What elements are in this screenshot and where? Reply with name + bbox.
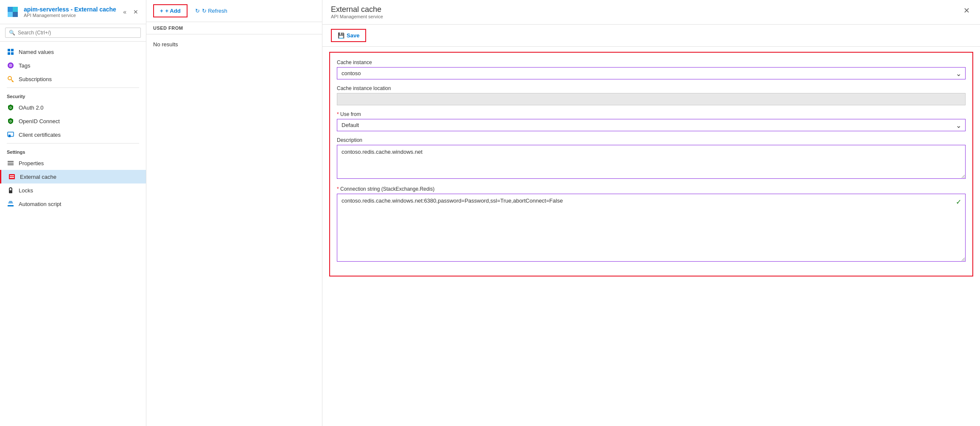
nav-list: Named values Tags Subscriptions Security… <box>0 42 146 426</box>
sidebar-item-label: Locks <box>19 187 33 194</box>
collapse-button[interactable]: « <box>121 8 128 16</box>
sidebar-item-label: Named values <box>19 49 54 55</box>
right-panel-subtitle: API Management service <box>331 14 383 19</box>
cache-instance-group: Cache instance contoso <box>337 59 966 79</box>
sidebar-item-label: Automation script <box>19 201 61 207</box>
used-from-column-header: USED FROM <box>153 25 183 31</box>
connection-string-group: * Connection string (StackExchange.Redis… <box>337 186 966 263</box>
search-input[interactable] <box>18 30 137 36</box>
sidebar-item-label: Client certificates <box>19 132 61 138</box>
right-panel-title: External cache <box>331 5 383 14</box>
cache-instance-label: Cache instance <box>337 59 966 65</box>
no-results-text: No results <box>146 34 322 54</box>
settings-divider <box>7 143 139 144</box>
search-icon: 🔍 <box>9 30 15 36</box>
svg-rect-16 <box>8 135 11 137</box>
sidebar-item-label: OAuth 2.0 <box>19 104 44 111</box>
connection-string-label: * Connection string (StackExchange.Redis… <box>337 186 966 192</box>
svg-rect-22 <box>10 177 14 178</box>
connection-string-required-star: * <box>337 186 340 192</box>
sidebar-item-openid[interactable]: O OpenID Connect <box>0 114 146 128</box>
search-bar-container: 🔍 <box>0 24 146 42</box>
svg-rect-21 <box>10 175 14 176</box>
save-icon: 💾 <box>338 32 344 39</box>
svg-rect-18 <box>8 163 14 164</box>
left-header-actions: « ✕ <box>121 8 140 16</box>
cache-instance-location-label: Cache instance location <box>337 85 966 91</box>
security-divider <box>7 87 139 88</box>
use-from-select[interactable]: Default <box>337 119 966 131</box>
close-left-panel-button[interactable]: ✕ <box>132 8 140 16</box>
refresh-label: ↻ Refresh <box>202 8 227 14</box>
sidebar-item-subscriptions[interactable]: Subscriptions <box>0 72 146 86</box>
sidebar-item-label: Properties <box>19 160 44 166</box>
table-header: USED FROM <box>146 22 322 34</box>
cache-instance-location-input[interactable] <box>337 93 966 105</box>
save-label: Save <box>347 32 359 39</box>
sidebar-item-label: Tags <box>19 62 30 69</box>
lock-icon <box>7 186 14 194</box>
grid-icon <box>7 48 14 56</box>
svg-rect-7 <box>11 52 14 55</box>
svg-point-9 <box>9 64 12 67</box>
right-header: External cache API Management service ✕ <box>322 0 980 25</box>
svg-rect-0 <box>8 7 13 12</box>
cache-icon <box>8 173 16 181</box>
sidebar-item-label: OpenID Connect <box>19 118 60 124</box>
save-button[interactable]: 💾 Save <box>331 29 366 42</box>
svg-rect-4 <box>8 49 10 51</box>
close-right-panel-button[interactable]: ✕ <box>962 5 972 16</box>
svg-rect-2 <box>8 12 13 17</box>
svg-point-10 <box>8 76 11 80</box>
add-button[interactable]: + + Add <box>153 4 188 17</box>
svg-rect-5 <box>11 49 14 51</box>
sidebar-item-client-certs[interactable]: Client certificates <box>0 128 146 141</box>
cache-instance-location-group: Cache instance location <box>337 85 966 105</box>
description-textarea[interactable]: contoso.redis.cache.windows.net <box>337 145 966 179</box>
sidebar-item-external-cache[interactable]: External cache <box>0 170 146 183</box>
app-icon <box>6 5 20 19</box>
security-section-title: Security <box>0 90 146 101</box>
automation-icon <box>7 200 14 208</box>
tag-icon <box>7 62 14 69</box>
right-panel: External cache API Management service ✕ … <box>322 0 980 426</box>
use-from-label: * Use from <box>337 111 966 117</box>
connection-string-textarea[interactable]: contoso.redis.cache.windows.net:6380,pas… <box>337 194 966 262</box>
left-header-title: apim-serverless - External cache <box>24 6 117 13</box>
sidebar-item-automation[interactable]: Automation script <box>0 197 146 211</box>
sidebar-item-properties[interactable]: Properties <box>0 156 146 170</box>
sidebar-item-label: External cache <box>20 174 56 180</box>
shield-openid-icon: O <box>7 117 14 125</box>
cache-instance-select-wrapper: contoso <box>337 67 966 79</box>
svg-text:O: O <box>9 106 12 109</box>
connection-string-wrap: contoso.redis.cache.windows.net:6380,pas… <box>337 194 966 263</box>
cache-instance-select[interactable]: contoso <box>337 67 966 79</box>
sidebar-item-locks[interactable]: Locks <box>0 183 146 197</box>
key-icon <box>7 75 14 83</box>
settings-section-title: Settings <box>0 145 146 156</box>
description-group: Description contoso.redis.cache.windows.… <box>337 137 966 180</box>
svg-rect-20 <box>9 174 15 179</box>
left-panel: apim-serverless - External cache API Man… <box>0 0 146 426</box>
right-form-area: Cache instance contoso Cache instance lo… <box>329 52 973 276</box>
sidebar-item-named-values[interactable]: Named values <box>0 45 146 59</box>
bars-icon <box>7 159 14 167</box>
middle-toolbar: + + Add ↻ ↻ Refresh <box>146 0 322 22</box>
middle-panel: + + Add ↻ ↻ Refresh USED FROM No results <box>146 0 322 426</box>
refresh-button[interactable]: ↻ ↻ Refresh <box>191 5 232 17</box>
left-header: apim-serverless - External cache API Man… <box>0 0 146 24</box>
sidebar-item-tags[interactable]: Tags <box>0 59 146 72</box>
svg-rect-24 <box>8 205 14 206</box>
svg-rect-1 <box>13 7 18 12</box>
add-label: + Add <box>165 8 181 14</box>
use-from-required-star: * <box>337 111 340 117</box>
shield-oauth-icon: O <box>7 104 14 111</box>
sidebar-item-oauth[interactable]: O OAuth 2.0 <box>0 101 146 114</box>
right-header-text: External cache API Management service <box>331 5 383 19</box>
cert-icon <box>7 131 14 138</box>
svg-rect-6 <box>8 52 10 55</box>
svg-rect-3 <box>13 12 18 17</box>
left-header-text: apim-serverless - External cache API Man… <box>24 6 117 18</box>
plus-icon: + <box>160 8 163 14</box>
sidebar-item-label: Subscriptions <box>19 76 52 82</box>
